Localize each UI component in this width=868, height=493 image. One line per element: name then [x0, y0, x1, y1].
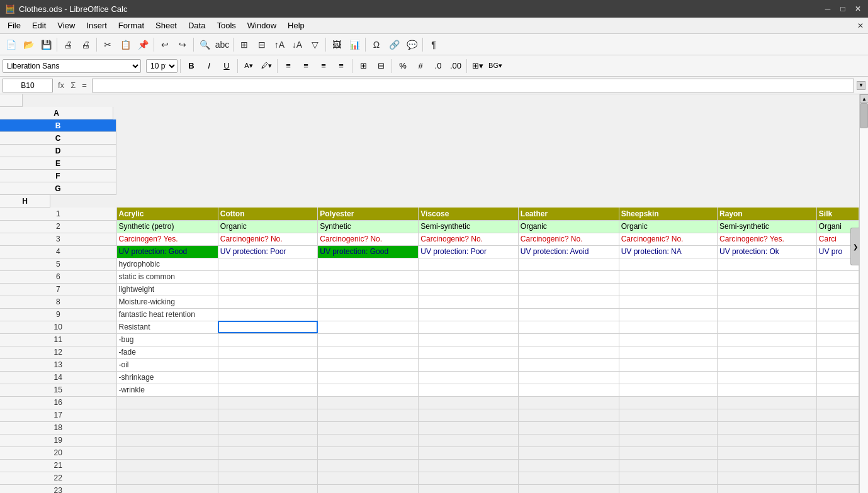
cell-G13[interactable] — [718, 358, 817, 371]
font-color-button[interactable]: A▾ — [240, 58, 257, 74]
cell-H6[interactable] — [816, 270, 859, 283]
cell-E5[interactable] — [518, 258, 619, 270]
print-button[interactable]: 🖨 — [77, 36, 94, 53]
cell-D2[interactable]: Semi-synthetic — [419, 220, 519, 233]
cell-F23[interactable] — [619, 484, 717, 493]
cell-E19[interactable] — [518, 434, 619, 446]
cell-B11[interactable] — [218, 333, 318, 346]
cell-A11[interactable]: -bug — [116, 333, 218, 346]
row-header-14[interactable]: 14 — [0, 371, 116, 384]
cell-B10[interactable] — [218, 321, 318, 333]
cell-D17[interactable] — [419, 409, 519, 421]
cell-B3[interactable]: Carcinogenic? No. — [218, 233, 318, 245]
cell-D15[interactable] — [419, 384, 519, 396]
cell-E15[interactable] — [518, 384, 619, 396]
cell-F22[interactable] — [619, 472, 717, 484]
cell-D16[interactable] — [419, 396, 519, 409]
cell-F15[interactable] — [619, 384, 717, 396]
row-header-20[interactable]: 20 — [0, 446, 116, 459]
cell-A19[interactable] — [116, 434, 218, 446]
cell-A14[interactable]: -shrinkage — [116, 371, 218, 384]
row-header-9[interactable]: 9 — [0, 308, 116, 321]
cell-C20[interactable] — [318, 446, 419, 459]
row-header-3[interactable]: 3 — [0, 233, 116, 245]
cell-H11[interactable] — [816, 333, 859, 346]
cell-A13[interactable]: -oil — [116, 358, 218, 371]
cell-C13[interactable] — [318, 358, 419, 371]
cell-B8[interactable] — [218, 296, 318, 308]
cell-B17[interactable] — [218, 409, 318, 421]
font-name-select[interactable]: Liberation Sans — [3, 59, 141, 73]
bold-button[interactable]: B — [183, 58, 200, 74]
cell-D14[interactable] — [419, 371, 519, 384]
cell-B23[interactable] — [218, 484, 318, 493]
cell-A6[interactable]: static is common — [116, 270, 218, 283]
cell-D19[interactable] — [419, 434, 519, 446]
bg-color-button[interactable]: BG▾ — [487, 58, 504, 74]
cell-H9[interactable] — [816, 308, 859, 321]
menu-data[interactable]: Data — [183, 19, 210, 31]
scrollbar-thumb[interactable] — [860, 103, 868, 128]
right-collapse-handle[interactable]: ❯ — [850, 228, 859, 265]
row-header-4[interactable]: 4 — [0, 245, 116, 258]
cell-A20[interactable] — [116, 446, 218, 459]
cell-F3[interactable]: Carcinogenic? No. — [619, 233, 717, 245]
cell-F18[interactable] — [619, 421, 717, 434]
cell-A9[interactable]: fantastic heat retention — [116, 308, 218, 321]
filter-button[interactable]: ▽ — [307, 36, 323, 53]
cell-H15[interactable] — [816, 384, 859, 396]
align-center-button[interactable]: ≡ — [298, 58, 314, 74]
copy-button[interactable]: 📋 — [117, 36, 133, 53]
cell-C14[interactable] — [318, 371, 419, 384]
row-header-15[interactable]: 15 — [0, 384, 116, 396]
row-header-16[interactable]: 16 — [0, 396, 116, 409]
sort-asc-button[interactable]: ↑A — [271, 36, 288, 53]
col-header-d[interactable]: D — [0, 145, 116, 157]
justify-button[interactable]: ≡ — [333, 58, 349, 74]
highlight-button[interactable]: 🖊▾ — [258, 58, 274, 74]
cell-F9[interactable] — [619, 308, 717, 321]
cell-A4[interactable]: UV protection: Good — [116, 245, 218, 258]
cell-C2[interactable]: Synthetic — [318, 220, 419, 233]
cell-H16[interactable] — [816, 396, 859, 409]
cell-F4[interactable]: UV protection: NA — [619, 245, 717, 258]
cell-E17[interactable] — [518, 409, 619, 421]
new-button[interactable]: 📄 — [3, 36, 19, 53]
cell-F5[interactable] — [619, 258, 717, 270]
cell-E13[interactable] — [518, 358, 619, 371]
formula-input[interactable] — [92, 79, 854, 92]
cell-B7[interactable] — [218, 283, 318, 296]
cell-G20[interactable] — [718, 446, 817, 459]
cell-B13[interactable] — [218, 358, 318, 371]
menu-view[interactable]: View — [52, 19, 80, 31]
col-wrap-button[interactable]: ⊟ — [254, 36, 270, 53]
cell-D4[interactable]: UV protection: Poor — [419, 245, 519, 258]
cell-A2[interactable]: Synthetic (petro) — [116, 220, 218, 233]
cell-A23[interactable] — [116, 484, 218, 493]
sort-desc-button[interactable]: ↓A — [289, 36, 305, 53]
cell-B18[interactable] — [218, 421, 318, 434]
equals-icon[interactable]: = — [79, 80, 89, 90]
menu-format[interactable]: Format — [113, 19, 149, 31]
comment-button[interactable]: 💬 — [403, 36, 420, 53]
cell-F16[interactable] — [619, 396, 717, 409]
cell-C11[interactable] — [318, 333, 419, 346]
cell-C6[interactable] — [318, 270, 419, 283]
cell-H22[interactable] — [816, 472, 859, 484]
cell-C4[interactable]: UV protection: Good — [318, 245, 419, 258]
cell-D7[interactable] — [419, 283, 519, 296]
cell-C10[interactable] — [318, 321, 419, 333]
hyperlink-button[interactable]: 🔗 — [386, 36, 402, 53]
cell-H18[interactable] — [816, 421, 859, 434]
redo-button[interactable]: ↪ — [174, 36, 191, 53]
cell-H10[interactable] — [816, 321, 859, 333]
font-size-select[interactable]: 10 pt — [146, 59, 178, 73]
cell-A18[interactable] — [116, 421, 218, 434]
cell-D18[interactable] — [419, 421, 519, 434]
cell-H20[interactable] — [816, 446, 859, 459]
align-right-button[interactable]: ≡ — [315, 58, 332, 74]
cell-C8[interactable] — [318, 296, 419, 308]
cell-A17[interactable] — [116, 409, 218, 421]
cell-F13[interactable] — [619, 358, 717, 371]
cell-E14[interactable] — [518, 371, 619, 384]
